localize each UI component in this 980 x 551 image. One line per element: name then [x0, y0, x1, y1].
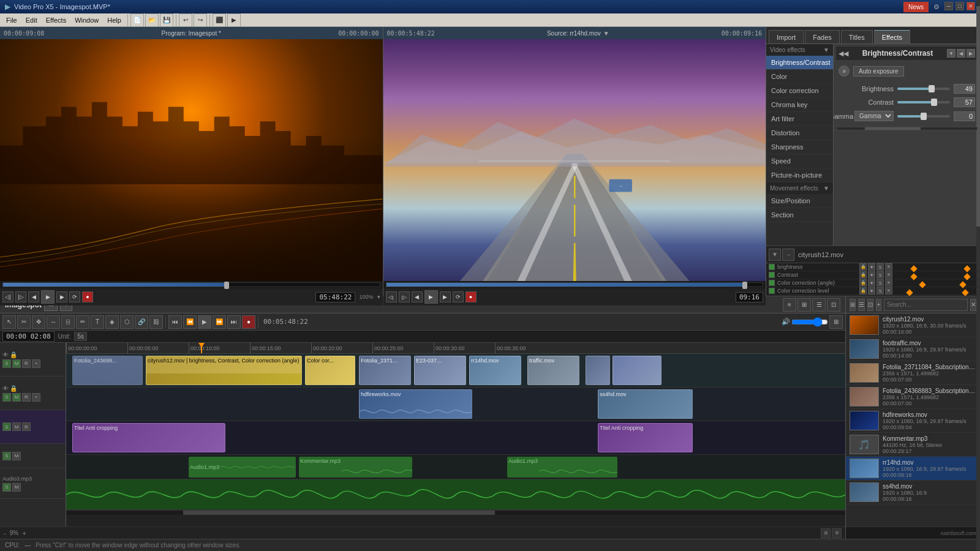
effects-collapse-icon[interactable]: ▼ [823, 47, 829, 53]
track-v2-rec[interactable]: R [22, 393, 31, 402]
media-view-btn3[interactable]: ⊡ [867, 299, 873, 311]
tl-draw-tool[interactable]: ✏ [76, 315, 89, 329]
track-v1-eye[interactable]: 👁 [2, 351, 9, 358]
track-a1-mute[interactable]: S [2, 452, 11, 460]
new-project-button[interactable]: 📄 [130, 13, 144, 27]
tl-record-btn[interactable]: ● [242, 315, 255, 329]
effect-brightness-contrast[interactable]: Brightness/Contrast [766, 56, 833, 70]
kf-visible-icon[interactable]: 👁 [868, 263, 875, 271]
right-scrubbar[interactable] [386, 282, 764, 287]
tl-ff-btn[interactable]: ⏩ [213, 315, 226, 329]
save-button[interactable]: 💾 [160, 13, 173, 27]
tl-stretch-tool[interactable]: ↔ [47, 315, 60, 329]
effect-art-filter[interactable]: Art filter [766, 112, 833, 126]
effect-nav-next[interactable]: ▶ [967, 49, 975, 58]
right-set-out-button[interactable]: |▷ [399, 291, 410, 302]
right-next-button[interactable]: ▶ [440, 291, 451, 302]
kf-check-cc-angle[interactable] [769, 280, 775, 286]
kf-check-cc-level[interactable] [769, 288, 775, 294]
kf-delete-icon-4[interactable]: ✕ [885, 287, 892, 294]
tl-icon-4[interactable]: ⊡ [827, 298, 840, 312]
right-prev-button[interactable]: ◀ [412, 291, 423, 302]
burn-button[interactable]: ⬛ [213, 13, 226, 27]
menu-edit[interactable]: Edit [22, 14, 41, 26]
tl-play-btn[interactable]: ▶ [198, 315, 211, 329]
brightness-slider-handle[interactable] [929, 85, 935, 92]
track-v1-solo[interactable]: M [12, 359, 21, 368]
track-v2-add[interactable]: + [32, 393, 40, 402]
left-play-button[interactable]: ▶ [41, 290, 55, 304]
kf-solo-icon-4[interactable]: S [876, 287, 884, 294]
tl-zoom-in-icon[interactable]: + [22, 530, 26, 537]
kf-check-contrast[interactable] [769, 272, 775, 278]
tl-icon-2[interactable]: ⊞ [797, 298, 811, 312]
timeline-scroll-thumb[interactable] [183, 511, 495, 515]
left-record-button[interactable]: ● [82, 291, 93, 302]
kf-solo-icon-2[interactable]: S [876, 271, 884, 279]
tl-icon-3[interactable]: ☰ [812, 298, 826, 312]
media-item-fotolia2[interactable]: Fotolia_24368883_Subscription_L.jpg 2356… [846, 385, 980, 409]
clip-title1[interactable]: Titel Anti cropping [72, 423, 225, 452]
undo-button[interactable]: ↩ [179, 13, 192, 27]
kf-lock-icon-2[interactable]: 🔒 [859, 271, 867, 279]
effect-dropdown-btn[interactable]: ▼ [947, 49, 956, 58]
media-item-cityrush[interactable]: cityrush12.mov 1920 x 1080, 16:9, 30.00 … [846, 313, 980, 337]
open-button[interactable]: 📂 [145, 13, 159, 27]
left-set-out-button[interactable]: |▷ [15, 291, 26, 302]
clip-color-cor[interactable]: Color cor... [305, 356, 355, 385]
effect-sharpness[interactable]: Sharpness [766, 140, 833, 154]
track-a2-mute[interactable]: S [2, 483, 11, 492]
left-scrub-handle[interactable] [224, 282, 229, 289]
source-dropdown-icon[interactable]: ▼ [603, 30, 609, 37]
auto-exposure-button[interactable]: Auto exposure [853, 66, 904, 77]
track-title-mute[interactable]: S [2, 422, 11, 431]
media-item-foottraffic[interactable]: foottraffic.mov 1920 x 1080, 16:9, 29.97… [846, 337, 980, 361]
clip-fotolia[interactable]: Fotolia_243698... [72, 356, 143, 385]
right-play-button[interactable]: ▶ [424, 290, 438, 304]
track-title-solo[interactable]: M [12, 422, 21, 431]
tl-effect-tool[interactable]: ⬡ [120, 315, 134, 329]
tab-titles[interactable]: Titles [841, 30, 873, 43]
track-title-rec[interactable]: R [22, 422, 31, 431]
tl-move-tool[interactable]: ✥ [32, 315, 45, 329]
menu-help[interactable]: Help [104, 14, 125, 26]
clip-fotolia2[interactable]: Fotolia_2371... [359, 356, 411, 385]
kf-solo-icon[interactable]: S [876, 263, 884, 271]
track-v1-mute[interactable]: S [2, 359, 11, 368]
close-button[interactable]: ✕ [967, 2, 975, 10]
tl-unlink-tool[interactable]: ⛓ [149, 315, 163, 329]
media-add-btn[interactable]: + [876, 299, 881, 311]
effect-detail-scrollbar[interactable] [836, 127, 978, 130]
media-search-input[interactable] [884, 299, 968, 311]
media-close-btn[interactable]: ✕ [970, 299, 976, 311]
export-button[interactable]: ▶ [227, 13, 241, 27]
gamma-dropdown[interactable]: Gamma Linear [854, 111, 894, 121]
kf-check-brightness[interactable] [769, 264, 775, 270]
media-item-rr14hd[interactable]: rr14hd.mov 1920 x 1080, 16:9, 29.97 fram… [846, 457, 980, 481]
left-prev-frame-button[interactable]: ◀ [28, 291, 39, 302]
clip-rr14hd[interactable]: rr14hd.mov [469, 356, 521, 385]
contrast-slider[interactable] [897, 101, 950, 103]
redo-button[interactable]: ↪ [194, 13, 207, 27]
tl-zoom-out-icon[interactable]: - [4, 530, 6, 537]
left-scrubbar[interactable] [2, 282, 380, 287]
effect-color-correction[interactable]: Color correction [766, 84, 833, 98]
track-a2-solo[interactable]: M [12, 483, 21, 492]
kf-solo-icon-3[interactable]: S [876, 279, 884, 287]
settings-icon[interactable]: ⚙ [931, 2, 942, 12]
clip-title2[interactable]: Titel Anti cropping [598, 423, 693, 452]
track-v1-rec[interactable]: R [22, 359, 31, 368]
back-icon[interactable]: ◀◀ [839, 50, 848, 58]
effect-picture-in-picture[interactable]: Picture-in-picture [766, 168, 833, 182]
clip-hdfireworks[interactable]: hdfireworks.mov [359, 389, 472, 419]
kf-delete-icon-3[interactable]: ✕ [885, 279, 892, 287]
effect-nav-prev[interactable]: ◀ [957, 49, 965, 58]
effect-section[interactable]: Section [766, 208, 833, 222]
tl-link-tool[interactable]: 🔗 [135, 315, 148, 329]
audio-clip-2[interactable]: Kommentar.mp3 [299, 457, 412, 478]
tl-grid-btn[interactable]: ⊞ [829, 315, 843, 329]
effect-size-position[interactable]: Size/Position [766, 194, 833, 208]
tl-razor-tool[interactable]: ✂ [17, 315, 31, 329]
menu-effects[interactable]: Effects [42, 14, 70, 26]
right-scrub-handle[interactable] [742, 282, 747, 289]
